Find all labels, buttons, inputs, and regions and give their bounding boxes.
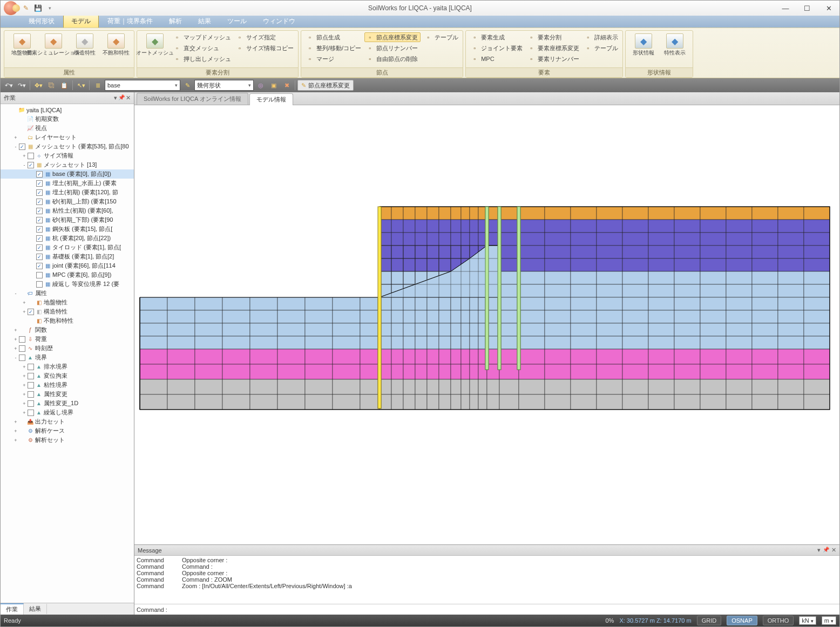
tree-node[interactable]: +⚙解析セット xyxy=(1,435,134,445)
tree-twisty-icon[interactable]: + xyxy=(12,419,19,425)
ribbon-small-2-2-1[interactable]: ▫自由節点の削除 xyxy=(364,54,421,64)
status-unit-force[interactable]: kN ▾ xyxy=(799,616,816,625)
tree-checkbox[interactable] xyxy=(19,336,25,343)
tree-node[interactable]: ✓▦base (要素[0], 節点[0]) xyxy=(1,169,134,179)
work-tab-0[interactable]: 作業 xyxy=(1,603,24,615)
tree-checkbox[interactable]: ✓ xyxy=(28,162,34,168)
tree-twisty-icon[interactable]: + xyxy=(21,410,28,415)
tree-checkbox[interactable] xyxy=(28,400,34,407)
tool-pick-icon[interactable]: ↖▾ xyxy=(75,80,87,91)
max-button[interactable]: ☐ xyxy=(796,3,818,13)
tree-checkbox[interactable] xyxy=(19,355,25,361)
undo-button[interactable]: ↶▾ xyxy=(3,80,15,91)
ribbon-small-3-2-1[interactable]: ▫要素リナンバー xyxy=(526,54,580,64)
view-x-icon[interactable]: ✖ xyxy=(281,80,293,91)
tree-checkbox[interactable] xyxy=(28,364,34,370)
ribbon-big-0-2[interactable]: ◆構造特性 xyxy=(70,32,99,57)
tree-node[interactable]: +⟡サイズ情報 xyxy=(1,151,134,160)
command-line[interactable]: Command : xyxy=(134,604,839,615)
tree-twisty-icon[interactable]: + xyxy=(21,309,28,315)
tree-checkbox[interactable] xyxy=(28,410,34,416)
tool-select-icon[interactable]: ✥▾ xyxy=(32,80,44,91)
tree-node[interactable]: ✓▦埋土(初期) (要素[120], 節 xyxy=(1,188,134,197)
ribbon-tab-6[interactable]: ウィンドウ xyxy=(255,15,303,28)
ribbon-small-1-2-0[interactable]: ▫押し出しメッシュ xyxy=(172,54,232,64)
status-ortho-button[interactable]: ORTHO xyxy=(763,616,794,625)
tree-checkbox[interactable] xyxy=(36,272,43,278)
command-input[interactable] xyxy=(170,606,837,613)
panel-dropdown-icon[interactable]: ▾ xyxy=(114,94,117,101)
ribbon-tab-5[interactable]: ツール xyxy=(220,15,254,28)
tab-select[interactable]: 幾何形状▾ xyxy=(194,80,254,91)
tree-checkbox[interactable]: ✓ xyxy=(36,254,43,260)
tree-checkbox[interactable]: ✓ xyxy=(36,226,43,233)
layers-icon[interactable]: ≣ xyxy=(92,80,104,91)
ribbon-tab-4[interactable]: 結果 xyxy=(191,15,219,28)
ribbon-small-3-0-2[interactable]: ▫詳細表示 xyxy=(582,32,619,42)
active-tool-chip[interactable]: ✎ 節点座標系変更 xyxy=(297,80,354,91)
tree-twisty-icon[interactable]: + xyxy=(21,300,28,305)
tree-node[interactable]: +⚙解析ケース xyxy=(1,426,134,435)
ribbon-big-0-1[interactable]: ◆要素シミュレーション xyxy=(39,32,68,57)
ribbon-big-4-0[interactable]: ◆形状情報 xyxy=(629,32,658,57)
tree-twisty-icon[interactable]: - xyxy=(12,355,19,360)
tree-twisty-icon[interactable]: - xyxy=(21,162,28,168)
work-tab-1[interactable]: 結果 xyxy=(24,604,47,614)
ribbon-small-2-1-0[interactable]: ▫整列/移動/コピー xyxy=(304,43,362,53)
tree-node[interactable]: +▲粘性境界 xyxy=(1,380,134,390)
redo-button[interactable]: ↷▾ xyxy=(16,80,28,91)
view-box-icon[interactable]: ▣ xyxy=(268,80,280,91)
close-button[interactable]: ✕ xyxy=(818,3,839,13)
tree-node[interactable]: ✓▦粘性土(初期) (要素[60], xyxy=(1,206,134,215)
message-close-icon[interactable]: ✕ xyxy=(831,547,836,554)
tree-node[interactable]: +📤出力セット xyxy=(1,417,134,426)
tree-node[interactable]: ✓▦杭 (要素[20], 節点[22]) xyxy=(1,234,134,243)
tree-node[interactable]: +▲繰返し境界 xyxy=(1,408,134,417)
tree-node[interactable]: +▲変位拘束 xyxy=(1,371,134,380)
message-pin-icon[interactable]: 📌 xyxy=(823,547,829,554)
min-button[interactable]: — xyxy=(775,3,796,13)
ribbon-small-1-0-0[interactable]: ▫マップドメッシュ xyxy=(172,32,232,42)
tool-paste-icon[interactable]: 📋 xyxy=(58,80,70,91)
tree-checkbox[interactable] xyxy=(19,345,25,352)
qat-dropdown-icon[interactable]: ▾ xyxy=(45,3,55,13)
tree-twisty-icon[interactable]: + xyxy=(12,328,19,333)
tree-checkbox[interactable]: ✓ xyxy=(36,244,43,251)
view-zoomext-icon[interactable]: ◎ xyxy=(255,80,267,91)
tree-node[interactable]: ✓▦タイロッド (要素[1], 節点[ xyxy=(1,243,134,252)
tree-node[interactable]: 📈視点 xyxy=(1,124,134,133)
doc-tab-0[interactable]: SoilWorks for LIQCA オンライン情報 xyxy=(137,93,248,105)
ribbon-small-3-1-1[interactable]: ▫要素座標系変更 xyxy=(526,43,580,53)
ribbon-small-2-1-1[interactable]: ▫節点リナンバー xyxy=(364,43,421,53)
tree-node[interactable]: -✓▦メッシュセット (要素[535], 節点[80 xyxy=(1,142,134,151)
message-dropdown-icon[interactable]: ▾ xyxy=(817,547,821,554)
tree-node[interactable]: ✓▦砂(初期_上部) (要素[150 xyxy=(1,197,134,206)
tree-node[interactable]: ✓▦joint (要素[66], 節点[114 xyxy=(1,261,134,270)
status-unit-length[interactable]: m ▾ xyxy=(822,616,836,625)
tree-node[interactable]: -🏷属性 xyxy=(1,289,134,298)
tree-twisty-icon[interactable]: + xyxy=(12,135,19,140)
tree-checkbox[interactable]: ✓ xyxy=(28,309,34,315)
model-viewport[interactable] xyxy=(134,105,839,544)
ribbon-small-2-0-0[interactable]: ▫節点生成 xyxy=(304,32,362,42)
tree-checkbox[interactable]: ✓ xyxy=(36,171,43,178)
ribbon-small-2-0-1[interactable]: ▫節点座標系変更 xyxy=(364,32,421,42)
layer-settings-icon[interactable]: ✎ xyxy=(181,80,193,91)
tree-node[interactable]: +∿時刻歴 xyxy=(1,344,134,353)
tree-node[interactable]: +ƒ関数 xyxy=(1,325,134,335)
ribbon-small-3-2-0[interactable]: ▫MPC xyxy=(469,54,524,64)
tree-checkbox[interactable] xyxy=(28,391,34,398)
tree-node[interactable]: ◧不飽和特性 xyxy=(1,316,134,325)
tree-checkbox[interactable] xyxy=(28,373,34,379)
ribbon-big-4-1[interactable]: ◆特性表示 xyxy=(660,32,689,57)
tree-node[interactable]: ✓▦砂(初期_下部) (要素[90 xyxy=(1,215,134,224)
ribbon-small-3-0-0[interactable]: ▫要素生成 xyxy=(469,32,524,42)
tree-checkbox[interactable] xyxy=(28,382,34,389)
tree-twisty-icon[interactable]: - xyxy=(12,144,19,149)
ribbon-small-1-0-1[interactable]: ▫サイズ指定 xyxy=(234,32,295,42)
tree-twisty-icon[interactable]: + xyxy=(21,373,28,379)
tree-node[interactable]: ✓▦基礎板 (要素[1], 節点[2] xyxy=(1,252,134,261)
tool-copy-icon[interactable]: ⿻ xyxy=(45,80,57,91)
tree-twisty-icon[interactable]: - xyxy=(12,291,19,296)
tree-twisty-icon[interactable]: + xyxy=(21,364,28,370)
